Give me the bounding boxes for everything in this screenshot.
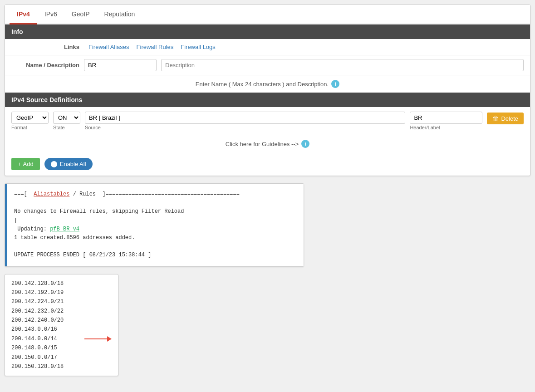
links-links: Firewall Aliases Firewall Rules Firewall…	[88, 44, 216, 50]
terminal-line-7	[14, 242, 296, 251]
add-label: Add	[23, 161, 34, 167]
state-select[interactable]: ON OFF	[53, 112, 80, 124]
ip-entry-4: 200.142.240.0/20	[11, 316, 112, 325]
source-input-group: Source	[85, 112, 405, 130]
ip-entry-3: 200.142.232.0/22	[11, 307, 112, 316]
tab-ipv4[interactable]: IPv4	[10, 5, 37, 24]
info-section-body: Links Firewall Aliases Firewall Rules Fi…	[5, 39, 530, 93]
info-section-header: Info	[5, 24, 530, 39]
ip-highlighted-text: 200.144.0.0/14	[11, 334, 57, 343]
state-label: State	[53, 125, 80, 130]
ip-list: 200.142.128.0/18 200.142.192.0/19 200.14…	[11, 279, 112, 372]
ipv4-section-header: IPv4 Source Definitions	[5, 93, 530, 107]
ip-entry-7: 200.148.0.0/15	[11, 343, 112, 353]
name-description-inputs	[84, 59, 524, 71]
delete-button[interactable]: Delete	[487, 113, 524, 124]
trash-icon	[492, 115, 499, 122]
hint-info-icon[interactable]: i	[331, 80, 339, 88]
guidelines-row: Click here for Guidelines --> i	[5, 135, 530, 152]
name-input[interactable]	[84, 59, 157, 71]
toggle-icon	[51, 161, 57, 167]
description-input[interactable]	[161, 59, 524, 71]
arrow-group	[84, 336, 112, 342]
tab-reputation[interactable]: Reputation	[97, 5, 142, 24]
arrow-line	[84, 338, 107, 339]
terminal-line-6: 1 table created.8596 addresses added.	[14, 234, 296, 242]
links-row: Links Firewall Aliases Firewall Rules Fi…	[5, 39, 530, 55]
state-group: ON OFF State	[53, 112, 80, 130]
actions-row: + Add Enable All	[5, 152, 530, 176]
header-input-group: Header/Label	[410, 112, 482, 130]
add-button[interactable]: + Add	[11, 158, 40, 170]
ip-entry-0: 200.142.128.0/18	[11, 279, 112, 288]
aliastables-link[interactable]: Aliastables	[34, 191, 69, 197]
delete-label: Delete	[501, 115, 518, 122]
format-select[interactable]: GeoIP CIDR Network	[11, 112, 49, 124]
main-card: IPv4 IPv6 GeoIP Reputation Info Links Fi…	[5, 5, 530, 176]
firewall-rules-link[interactable]: Firewall Rules	[137, 44, 174, 50]
ip-entry-1: 200.142.192.0/19	[11, 288, 112, 297]
header-input[interactable]	[410, 112, 482, 124]
enable-all-label: Enable All	[60, 161, 86, 167]
source-input[interactable]	[85, 112, 405, 124]
header-label: Header/Label	[410, 125, 482, 130]
ip-entry-6: 200.144.0.0/14	[11, 334, 112, 343]
terminal-line-1: ===[ Aliastables / Rules ]==============…	[14, 190, 296, 199]
plus-icon: +	[18, 161, 21, 167]
ipv4-section-body: GeoIP CIDR Network Format ON OFF State S…	[5, 107, 530, 176]
ip-entry-2: 200.142.224.0/21	[11, 297, 112, 306]
tab-ipv6[interactable]: IPv6	[37, 5, 64, 24]
source-label: Source	[85, 125, 405, 130]
firewall-logs-link[interactable]: Firewall Logs	[181, 44, 216, 50]
name-description-row: Name / Description	[5, 55, 530, 75]
links-label: Links	[11, 44, 84, 50]
source-definition-row: GeoIP CIDR Network Format ON OFF State S…	[5, 107, 530, 135]
ip-entry-5: 200.143.0.0/16	[11, 325, 112, 334]
guidelines-text: Click here for Guidelines -->	[226, 141, 299, 147]
ipv4-header-text: IPv4 Source Definitions	[11, 96, 82, 103]
firewall-aliases-link[interactable]: Firewall Aliases	[88, 44, 129, 50]
ip-entry-8: 200.150.0.0/17	[11, 353, 112, 362]
info-header-text: Info	[11, 28, 23, 35]
terminal-line-3: No changes to Firewall rules, skipping F…	[14, 207, 296, 216]
guidelines-info-icon[interactable]: i	[301, 140, 309, 148]
tab-geoip[interactable]: GeoIP	[64, 5, 97, 24]
tabs-bar: IPv4 IPv6 GeoIP Reputation	[5, 5, 530, 24]
terminal-line-2	[14, 199, 296, 207]
terminal-line-5: Updating: pfB_BR_v4	[14, 225, 296, 234]
arrow-head-icon	[107, 336, 112, 342]
terminal-line-8: UPDATE PROCESS ENDED [ 08/21/23 15:38:44…	[14, 251, 296, 260]
format-group: GeoIP CIDR Network Format	[11, 112, 49, 130]
hint-row: Enter Name ( Max 24 characters ) and Des…	[5, 75, 530, 93]
ip-list-wrapper: 200.142.128.0/18 200.142.192.0/19 200.14…	[5, 274, 118, 377]
enable-all-button[interactable]: Enable All	[44, 158, 93, 170]
terminal-body: ===[ Aliastables / Rules ]==============…	[5, 184, 304, 266]
name-description-label: Name / Description	[11, 62, 84, 69]
ip-entry-9: 200.150.128.0/18	[11, 362, 112, 371]
format-label: Format	[11, 125, 49, 130]
terminal-line-4: |	[14, 216, 296, 225]
pfb-link[interactable]: pfB_BR_v4	[50, 226, 79, 232]
terminal-card: ===[ Aliastables / Rules ]==============…	[5, 183, 304, 267]
ip-list-card: 200.142.128.0/18 200.142.192.0/19 200.14…	[5, 274, 118, 377]
hint-text: Enter Name ( Max 24 characters ) and Des…	[196, 81, 329, 88]
